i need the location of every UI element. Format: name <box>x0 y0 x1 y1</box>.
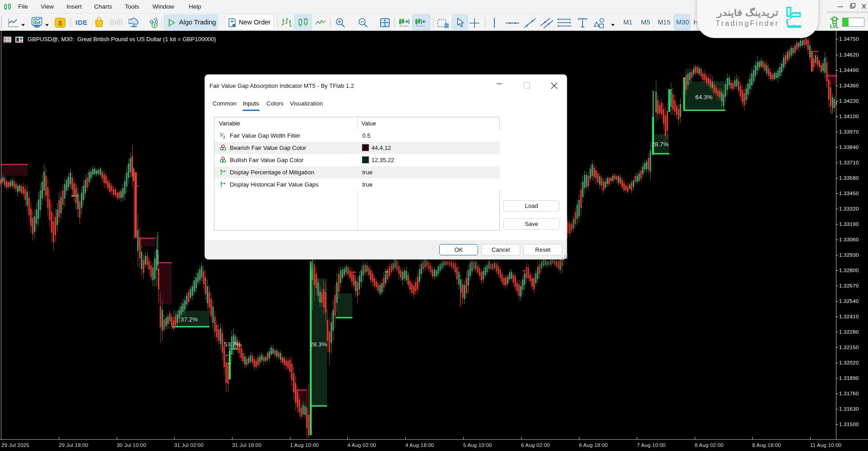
svg-text:LVL: LVL <box>830 24 839 29</box>
svg-text:$: $ <box>58 19 62 27</box>
svg-text:37.2%: 37.2% <box>180 316 198 323</box>
svg-text:2: 2 <box>223 135 225 139</box>
svg-text:28.7%: 28.7% <box>651 141 669 148</box>
svg-text:53.7%: 53.7% <box>224 341 241 348</box>
svg-text:28.3%: 28.3% <box>310 341 327 348</box>
svg-text:64.3%: 64.3% <box>695 94 712 101</box>
